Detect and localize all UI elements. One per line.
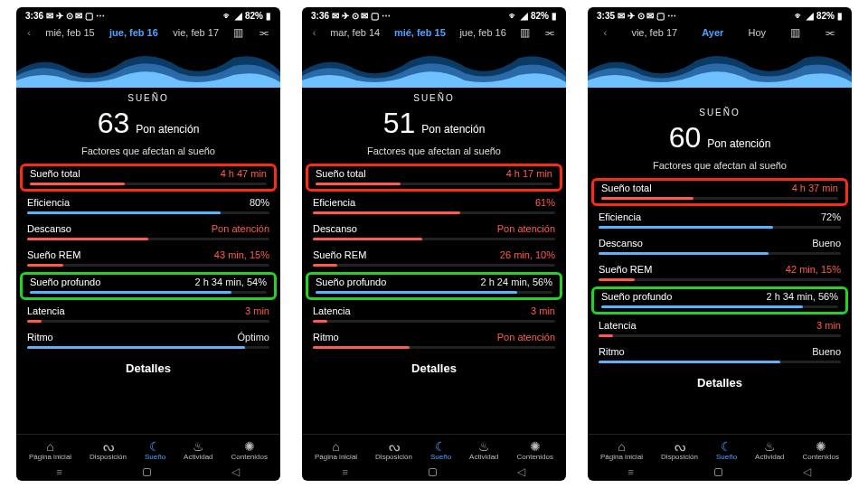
metric-value: 2 h 34 min, 56% bbox=[767, 291, 839, 302]
date-prev[interactable]: vie, feb 17 bbox=[631, 27, 677, 38]
metric-bar bbox=[599, 226, 841, 229]
battery-icon: ▮ bbox=[837, 11, 843, 21]
metric-total[interactable]: Sueño total4 h 47 min bbox=[20, 164, 277, 192]
metric-rit[interactable]: RitmoPon atención bbox=[302, 328, 566, 352]
calendar-icon[interactable]: ▥ bbox=[520, 26, 530, 39]
sleep-stages-chart[interactable] bbox=[588, 44, 852, 88]
date-next[interactable]: vie, feb 17 bbox=[173, 27, 219, 38]
tab-activity[interactable]: ♨Actividad bbox=[469, 440, 498, 461]
section-title: SUEÑO bbox=[588, 108, 852, 117]
tab-readiness[interactable]: ᔓDisposición bbox=[661, 440, 698, 461]
tab-content[interactable]: ✺Contenidos bbox=[231, 440, 268, 461]
date-selector[interactable]: ‹ vie, feb 17 Ayer Hoy ▥ ⫘ bbox=[588, 23, 852, 44]
recents-icon[interactable]: ≡ bbox=[343, 466, 348, 477]
tab-readiness[interactable]: ᔓDisposición bbox=[90, 440, 127, 461]
android-navbar: ≡ ◁ bbox=[16, 465, 280, 479]
date-prev[interactable]: mié, feb 15 bbox=[45, 27, 94, 38]
moon-icon: ☾ bbox=[430, 440, 451, 453]
score-row: 63 Pon atención bbox=[16, 107, 280, 140]
metric-label: Latencia bbox=[27, 305, 65, 316]
metric-value: 4 h 37 min bbox=[792, 183, 838, 193]
metric-value: 3 min bbox=[531, 305, 555, 316]
back-nav-icon[interactable]: ◁ bbox=[517, 465, 525, 478]
metric-bar bbox=[313, 211, 555, 214]
metric-bar bbox=[313, 238, 555, 240]
metric-value: 3 min bbox=[816, 320, 841, 331]
share-icon[interactable]: ⫘ bbox=[825, 26, 835, 39]
tab-home[interactable]: ⌂Página inicial bbox=[315, 440, 357, 461]
metric-label: Eficiencia bbox=[599, 211, 641, 222]
tab-sleep[interactable]: ☾Sueño bbox=[716, 440, 737, 461]
date-current[interactable]: Ayer bbox=[702, 27, 723, 38]
metric-rit[interactable]: RitmoÓptimo bbox=[16, 328, 280, 352]
metric-value: 80% bbox=[250, 197, 269, 208]
metric-deep[interactable]: Sueño profundo2 h 24 min, 56% bbox=[306, 272, 562, 300]
back-icon[interactable]: ‹ bbox=[27, 27, 31, 38]
date-next[interactable]: Hoy bbox=[749, 27, 767, 38]
tab-content[interactable]: ✺Contenidos bbox=[803, 440, 839, 461]
metric-rem[interactable]: Sueño REM26 min, 10% bbox=[302, 246, 566, 270]
tab-activity[interactable]: ♨Actividad bbox=[755, 440, 784, 461]
home-nav-icon[interactable] bbox=[714, 468, 722, 476]
date-prev[interactable]: mar, feb 14 bbox=[330, 27, 380, 38]
sleep-stages-chart[interactable] bbox=[16, 44, 280, 88]
sleep-score-label: Pon atención bbox=[421, 123, 485, 136]
metric-value: Óptimo bbox=[238, 332, 269, 343]
calendar-icon[interactable]: ▥ bbox=[790, 26, 800, 39]
date-selector[interactable]: ‹ mié, feb 15 jue, feb 16 vie, feb 17 ▥ … bbox=[16, 23, 280, 44]
factors-title: Factores que afectan al sueño bbox=[16, 145, 280, 156]
metric-deep[interactable]: Sueño profundo2 h 34 min, 54% bbox=[20, 272, 277, 300]
metric-label: Descanso bbox=[313, 223, 357, 234]
metric-label: Sueño total bbox=[601, 183, 652, 193]
metrics-list: Sueño total4 h 47 minEficiencia80%Descan… bbox=[16, 164, 280, 354]
date-selector[interactable]: ‹ mar, feb 14 mié, feb 15 jue, feb 16 ▥ … bbox=[302, 23, 566, 44]
details-heading[interactable]: Detalles bbox=[588, 376, 852, 389]
metric-bar bbox=[316, 291, 552, 294]
metric-eff[interactable]: Eficiencia80% bbox=[16, 193, 280, 218]
metric-label: Ritmo bbox=[599, 346, 625, 357]
date-next[interactable]: jue, feb 16 bbox=[459, 27, 505, 38]
tab-home[interactable]: ⌂Página inicial bbox=[29, 440, 71, 461]
metric-rest[interactable]: DescansoBueno bbox=[588, 234, 852, 258]
calendar-icon[interactable]: ▥ bbox=[233, 26, 243, 39]
metric-rit[interactable]: RitmoBueno bbox=[588, 343, 852, 367]
metric-eff[interactable]: Eficiencia72% bbox=[588, 208, 852, 232]
battery-text: 82% bbox=[816, 11, 835, 21]
share-icon[interactable]: ⫘ bbox=[259, 26, 269, 39]
tab-sleep[interactable]: ☾Sueño bbox=[145, 440, 165, 461]
metric-bar bbox=[27, 346, 269, 349]
metric-rem[interactable]: Sueño REM43 min, 15% bbox=[16, 246, 280, 270]
back-nav-icon[interactable]: ◁ bbox=[231, 465, 240, 478]
tab-readiness[interactable]: ᔓDisposición bbox=[375, 440, 412, 461]
metric-lat[interactable]: Latencia3 min bbox=[16, 302, 280, 326]
back-icon[interactable]: ‹ bbox=[604, 27, 608, 38]
back-icon[interactable]: ‹ bbox=[313, 27, 316, 38]
details-heading[interactable]: Detalles bbox=[302, 361, 566, 375]
recents-icon[interactable]: ≡ bbox=[628, 466, 634, 477]
phone-screenshot-3: 3:35 ✉ ✈ ⊙ ✉ ▢ ⋯ ᯤ ◢ 82% ▮ ‹ vie, feb 17… bbox=[588, 7, 852, 481]
sleep-stages-chart[interactable] bbox=[302, 44, 566, 88]
metric-label: Eficiencia bbox=[27, 197, 70, 208]
date-current[interactable]: mié, feb 15 bbox=[394, 27, 446, 38]
metric-total[interactable]: Sueño total4 h 37 min bbox=[591, 178, 848, 206]
back-nav-icon[interactable]: ◁ bbox=[803, 465, 811, 478]
share-icon[interactable]: ⫘ bbox=[544, 26, 555, 39]
metric-rem[interactable]: Sueño REM42 min, 15% bbox=[588, 260, 852, 285]
tab-sleep[interactable]: ☾Sueño bbox=[430, 440, 451, 461]
bottom-tabbar: ⌂Página inicial ᔓDisposición ☾Sueño ♨Act… bbox=[302, 434, 566, 465]
details-heading[interactable]: Detalles bbox=[16, 361, 280, 375]
metric-lat[interactable]: Latencia3 min bbox=[588, 316, 852, 341]
metric-lat[interactable]: Latencia3 min bbox=[302, 302, 566, 326]
home-nav-icon[interactable] bbox=[143, 468, 151, 476]
metric-total[interactable]: Sueño total4 h 17 min bbox=[306, 164, 562, 192]
tab-content[interactable]: ✺Contenidos bbox=[517, 440, 553, 461]
metric-eff[interactable]: Eficiencia61% bbox=[302, 193, 566, 218]
metric-deep[interactable]: Sueño profundo2 h 34 min, 56% bbox=[591, 286, 848, 314]
home-nav-icon[interactable] bbox=[429, 468, 437, 476]
date-current[interactable]: jue, feb 16 bbox=[109, 27, 158, 38]
tab-home[interactable]: ⌂Página inicial bbox=[600, 440, 643, 461]
metric-rest[interactable]: DescansoPon atención bbox=[302, 220, 566, 244]
metric-rest[interactable]: DescansoPon atención bbox=[16, 220, 280, 244]
recents-icon[interactable]: ≡ bbox=[57, 466, 62, 477]
tab-activity[interactable]: ♨Actividad bbox=[184, 440, 212, 461]
